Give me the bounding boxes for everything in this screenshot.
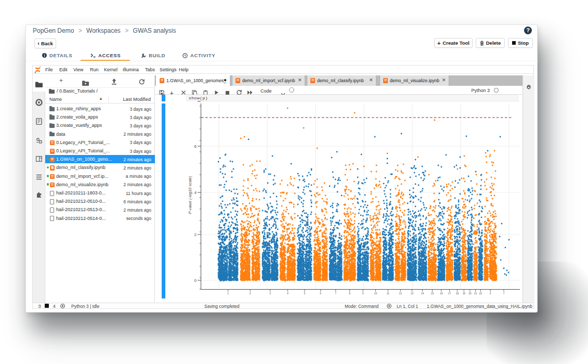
svg-text:4: 4 bbox=[287, 292, 289, 295]
svg-text:17: 17 bbox=[448, 292, 451, 295]
svg-text:9: 9 bbox=[362, 292, 364, 295]
svg-text:X: X bbox=[489, 292, 491, 295]
svg-text:0: 0 bbox=[194, 278, 197, 283]
svg-text:3: 3 bbox=[269, 292, 271, 295]
svg-text:15: 15 bbox=[431, 292, 434, 295]
svg-text:18: 18 bbox=[456, 292, 459, 295]
svg-text:4: 4 bbox=[194, 190, 197, 195]
svg-text:10: 10 bbox=[374, 292, 377, 295]
svg-text:21: 21 bbox=[474, 292, 477, 295]
svg-text:5: 5 bbox=[304, 292, 306, 295]
svg-text:16: 16 bbox=[440, 292, 443, 295]
svg-text:2: 2 bbox=[250, 292, 251, 295]
svg-text:19: 19 bbox=[463, 292, 466, 295]
svg-text:8: 8 bbox=[349, 292, 350, 295]
svg-text:20: 20 bbox=[468, 292, 472, 295]
svg-text:1: 1 bbox=[227, 292, 229, 295]
svg-text:P-value (-log10 scale): P-value (-log10 scale) bbox=[188, 176, 192, 214]
svg-text:2: 2 bbox=[194, 232, 197, 237]
svg-text:Y: Y bbox=[503, 292, 505, 295]
svg-text:22: 22 bbox=[479, 292, 482, 295]
svg-text:11: 11 bbox=[387, 292, 389, 295]
svg-text:6: 6 bbox=[194, 144, 197, 149]
svg-text:12: 12 bbox=[399, 292, 402, 295]
svg-text:7: 7 bbox=[335, 292, 336, 295]
svg-text:6: 6 bbox=[320, 292, 321, 295]
svg-text:13: 13 bbox=[411, 292, 414, 295]
svg-text:14: 14 bbox=[421, 292, 424, 295]
